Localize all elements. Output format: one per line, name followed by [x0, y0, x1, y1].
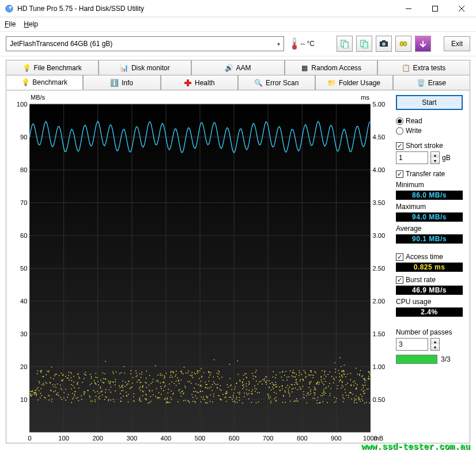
tab-info[interactable]: ℹ️Info	[83, 75, 160, 90]
check-short-stroke[interactable]: Short stroke	[396, 142, 463, 150]
menu-file[interactable]: File	[5, 20, 16, 28]
radio-read[interactable]: Read	[396, 117, 463, 125]
svg-rect-452	[317, 402, 318, 404]
spin-up-icon[interactable]: ▲	[431, 339, 439, 344]
svg-rect-879	[78, 388, 80, 389]
svg-rect-824	[62, 381, 63, 382]
svg-rect-250	[262, 383, 263, 385]
svg-rect-936	[100, 388, 101, 389]
svg-rect-197	[189, 381, 190, 382]
svg-rect-116	[155, 396, 156, 397]
svg-rect-376	[55, 390, 56, 392]
svg-rect-85	[146, 378, 147, 379]
svg-rect-438	[248, 390, 250, 391]
svg-rect-546	[201, 397, 202, 398]
copy-info-button[interactable]	[337, 36, 353, 52]
passes-spinner[interactable]: 3 ▲▼	[396, 338, 463, 351]
spin-down-icon[interactable]: ▼	[431, 344, 439, 350]
menu-help[interactable]: Help	[24, 20, 38, 28]
tab-error-scan[interactable]: 🔍Error Scan	[238, 75, 315, 90]
svg-rect-969	[253, 378, 254, 379]
tab-aam[interactable]: 🔊AAM	[191, 60, 284, 75]
svg-rect-744	[97, 377, 98, 378]
checkbox-on-icon	[396, 142, 403, 150]
check-burst-rate[interactable]: Burst rate	[396, 276, 463, 284]
svg-rect-779	[51, 390, 52, 392]
tab-disk-monitor[interactable]: 📊Disk monitor	[99, 60, 191, 75]
tab-folder-usage[interactable]: 📁Folder Usage	[315, 75, 392, 90]
minimize-button[interactable]	[395, 0, 422, 17]
svg-rect-181	[360, 370, 361, 371]
tab-extra-tests[interactable]: 📋Extra tests	[377, 60, 470, 75]
svg-rect-140	[140, 390, 141, 391]
svg-rect-346	[47, 371, 48, 372]
svg-rect-705	[68, 394, 69, 396]
spin-up-icon[interactable]: ▲	[431, 152, 439, 158]
svg-rect-550	[42, 376, 43, 377]
svg-rect-477	[243, 375, 244, 376]
svg-rect-735	[47, 383, 48, 384]
exit-button[interactable]: Exit	[444, 36, 470, 51]
svg-rect-572	[152, 382, 153, 383]
svg-rect-838	[275, 384, 277, 385]
svg-rect-918	[166, 373, 167, 374]
svg-rect-607	[108, 382, 109, 383]
tab-random-access[interactable]: ▦Random Access	[285, 60, 377, 75]
tab-file-benchmark[interactable]: 💡File Benchmark	[6, 60, 99, 75]
svg-rect-492	[352, 398, 353, 400]
svg-rect-392	[149, 402, 150, 403]
svg-rect-311	[311, 372, 312, 373]
svg-rect-674	[149, 385, 150, 386]
copy-results-button[interactable]	[356, 36, 372, 52]
svg-rect-479	[275, 400, 277, 401]
radio-write[interactable]: Write	[396, 127, 463, 135]
options-button[interactable]	[395, 36, 411, 52]
svg-rect-624	[271, 389, 272, 390]
svg-rect-126	[305, 372, 306, 373]
svg-rect-125	[310, 389, 311, 390]
value-minimum: 86.0 MB/s	[396, 191, 463, 200]
svg-rect-144	[197, 373, 198, 374]
svg-rect-490	[37, 387, 39, 388]
short-stroke-spinner[interactable]: 1 ▲▼ gB	[396, 151, 463, 164]
spin-down-icon[interactable]: ▼	[431, 158, 439, 164]
tab-erase[interactable]: 🗑️Erase	[393, 75, 470, 90]
svg-rect-698	[108, 400, 109, 401]
svg-rect-274	[160, 375, 161, 376]
tab-health[interactable]: Health	[161, 75, 238, 90]
window-controls	[395, 0, 475, 17]
svg-rect-119	[72, 393, 73, 394]
svg-rect-249	[30, 391, 31, 392]
svg-rect-595	[178, 379, 179, 381]
svg-rect-651	[293, 370, 294, 371]
svg-rect-829	[164, 375, 165, 377]
svg-rect-161	[123, 390, 124, 392]
svg-text:2.00: 2.00	[373, 298, 386, 305]
check-access-time[interactable]: Access time	[396, 253, 463, 261]
svg-rect-263	[276, 386, 277, 388]
maximize-button[interactable]	[422, 0, 448, 17]
svg-rect-341	[233, 397, 234, 398]
check-transfer-rate[interactable]: Transfer rate	[396, 170, 463, 178]
close-button[interactable]	[448, 0, 475, 17]
svg-rect-549	[282, 385, 283, 386]
svg-rect-497	[285, 402, 286, 403]
svg-rect-504	[217, 373, 218, 374]
svg-rect-714	[113, 373, 114, 374]
screenshot-button[interactable]	[376, 36, 392, 52]
svg-text:1.00: 1.00	[373, 363, 386, 370]
svg-rect-535	[65, 400, 66, 401]
svg-rect-230	[87, 390, 88, 391]
svg-rect-338	[201, 368, 202, 369]
svg-rect-575	[191, 372, 192, 373]
svg-rect-569	[287, 385, 288, 386]
save-button[interactable]	[415, 36, 431, 52]
start-button[interactable]: Start	[396, 95, 463, 110]
svg-rect-388	[40, 397, 41, 398]
drive-select[interactable]: JetFlashTranscend 64GB (61 gB) ▾	[6, 36, 284, 51]
svg-rect-223	[343, 401, 344, 402]
svg-rect-737	[160, 382, 161, 383]
svg-rect-507	[41, 370, 43, 371]
svg-rect-896	[240, 381, 241, 382]
tab-benchmark[interactable]: 💡Benchmark	[6, 75, 83, 90]
